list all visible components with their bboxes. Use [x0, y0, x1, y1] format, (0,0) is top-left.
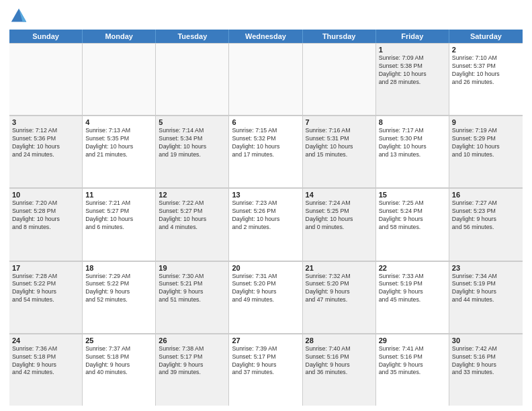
day-info: Sunrise: 7:24 AM Sunset: 5:25 PM Dayligh…	[306, 199, 373, 232]
calendar-cell: 19Sunrise: 7:30 AM Sunset: 5:21 PM Dayli…	[156, 261, 229, 333]
day-number: 17	[12, 264, 79, 272]
header-day-saturday: Saturday	[449, 30, 523, 43]
day-number: 23	[452, 264, 520, 272]
day-info: Sunrise: 7:20 AM Sunset: 5:28 PM Dayligh…	[12, 199, 79, 232]
day-info: Sunrise: 7:33 AM Sunset: 5:19 PM Dayligh…	[379, 273, 446, 305]
calendar-cell: 4Sunrise: 7:13 AM Sunset: 5:35 PM Daylig…	[83, 116, 156, 187]
day-info: Sunrise: 7:34 AM Sunset: 5:19 PM Dayligh…	[452, 273, 520, 305]
day-number: 24	[12, 336, 79, 345]
day-number: 12	[159, 191, 226, 199]
calendar-cell	[156, 43, 229, 115]
day-number: 19	[159, 264, 226, 272]
calendar-cell: 21Sunrise: 7:32 AM Sunset: 5:20 PM Dayli…	[303, 261, 376, 333]
day-info: Sunrise: 7:41 AM Sunset: 5:16 PM Dayligh…	[379, 345, 446, 377]
header-day-monday: Monday	[83, 30, 156, 43]
day-number: 28	[306, 336, 373, 345]
day-info: Sunrise: 7:21 AM Sunset: 5:27 PM Dayligh…	[85, 199, 152, 232]
calendar-cell: 3Sunrise: 7:12 AM Sunset: 5:36 PM Daylig…	[9, 116, 83, 187]
day-number: 10	[12, 191, 79, 199]
day-info: Sunrise: 7:37 AM Sunset: 5:18 PM Dayligh…	[85, 345, 152, 377]
day-info: Sunrise: 7:32 AM Sunset: 5:20 PM Dayligh…	[306, 273, 373, 305]
day-number: 4	[85, 118, 152, 126]
day-info: Sunrise: 7:28 AM Sunset: 5:22 PM Dayligh…	[12, 273, 79, 305]
logo	[9, 7, 31, 26]
day-number: 6	[232, 118, 299, 126]
header-day-sunday: Sunday	[9, 30, 83, 43]
calendar-cell: 17Sunrise: 7:28 AM Sunset: 5:22 PM Dayli…	[9, 261, 83, 333]
header-day-friday: Friday	[376, 30, 449, 43]
calendar-header: SundayMondayTuesdayWednesdayThursdayFrid…	[9, 30, 523, 43]
day-number: 22	[379, 264, 446, 272]
day-number: 3	[12, 118, 79, 126]
day-number: 30	[452, 336, 520, 345]
day-info: Sunrise: 7:17 AM Sunset: 5:30 PM Dayligh…	[379, 127, 446, 159]
day-number: 9	[452, 118, 520, 126]
day-number: 13	[232, 191, 299, 199]
day-info: Sunrise: 7:38 AM Sunset: 5:17 PM Dayligh…	[159, 345, 226, 377]
day-number: 1	[379, 46, 446, 54]
logo-icon	[9, 7, 28, 26]
calendar-cell: 26Sunrise: 7:38 AM Sunset: 5:17 PM Dayli…	[156, 334, 229, 406]
calendar-cell: 9Sunrise: 7:19 AM Sunset: 5:29 PM Daylig…	[449, 116, 523, 187]
day-info: Sunrise: 7:09 AM Sunset: 5:38 PM Dayligh…	[379, 54, 446, 87]
calendar-cell: 5Sunrise: 7:14 AM Sunset: 5:34 PM Daylig…	[156, 116, 229, 187]
day-info: Sunrise: 7:10 AM Sunset: 5:37 PM Dayligh…	[452, 54, 520, 87]
day-info: Sunrise: 7:13 AM Sunset: 5:35 PM Dayligh…	[85, 127, 152, 159]
day-number: 14	[306, 191, 373, 199]
page-container: SundayMondayTuesdayWednesdayThursdayFrid…	[0, 0, 532, 411]
calendar-cell: 15Sunrise: 7:25 AM Sunset: 5:24 PM Dayli…	[376, 188, 449, 260]
day-info: Sunrise: 7:23 AM Sunset: 5:26 PM Dayligh…	[232, 199, 299, 232]
day-info: Sunrise: 7:16 AM Sunset: 5:31 PM Dayligh…	[306, 127, 373, 159]
day-number: 2	[452, 46, 520, 54]
day-number: 29	[379, 336, 446, 345]
calendar-week-1: 1Sunrise: 7:09 AM Sunset: 5:38 PM Daylig…	[9, 43, 523, 116]
calendar-week-2: 3Sunrise: 7:12 AM Sunset: 5:36 PM Daylig…	[9, 116, 523, 188]
day-number: 11	[85, 191, 152, 199]
day-number: 21	[306, 264, 373, 272]
day-number: 26	[159, 336, 226, 345]
header-day-wednesday: Wednesday	[229, 30, 302, 43]
calendar-cell	[9, 43, 83, 115]
calendar-cell: 14Sunrise: 7:24 AM Sunset: 5:25 PM Dayli…	[303, 188, 376, 260]
day-number: 7	[306, 118, 373, 126]
calendar-cell: 28Sunrise: 7:40 AM Sunset: 5:16 PM Dayli…	[303, 334, 376, 406]
calendar-cell: 11Sunrise: 7:21 AM Sunset: 5:27 PM Dayli…	[83, 188, 156, 260]
day-info: Sunrise: 7:30 AM Sunset: 5:21 PM Dayligh…	[159, 273, 226, 305]
day-number: 27	[232, 336, 299, 345]
day-number: 16	[452, 191, 520, 199]
day-number: 18	[85, 264, 152, 272]
calendar-cell: 13Sunrise: 7:23 AM Sunset: 5:26 PM Dayli…	[229, 188, 302, 260]
day-number: 8	[379, 118, 446, 126]
day-info: Sunrise: 7:42 AM Sunset: 5:16 PM Dayligh…	[452, 345, 520, 377]
calendar-cell: 18Sunrise: 7:29 AM Sunset: 5:22 PM Dayli…	[83, 261, 156, 333]
calendar-body: 1Sunrise: 7:09 AM Sunset: 5:38 PM Daylig…	[9, 43, 523, 406]
calendar-cell: 6Sunrise: 7:15 AM Sunset: 5:32 PM Daylig…	[229, 116, 302, 187]
calendar-cell: 20Sunrise: 7:31 AM Sunset: 5:20 PM Dayli…	[229, 261, 302, 333]
calendar-cell	[229, 43, 302, 115]
calendar-cell: 27Sunrise: 7:39 AM Sunset: 5:17 PM Dayli…	[229, 334, 302, 406]
day-info: Sunrise: 7:19 AM Sunset: 5:29 PM Dayligh…	[452, 127, 520, 159]
calendar-cell: 1Sunrise: 7:09 AM Sunset: 5:38 PM Daylig…	[376, 43, 449, 115]
day-info: Sunrise: 7:27 AM Sunset: 5:23 PM Dayligh…	[452, 199, 520, 232]
calendar-cell: 22Sunrise: 7:33 AM Sunset: 5:19 PM Dayli…	[376, 261, 449, 333]
calendar-cell: 25Sunrise: 7:37 AM Sunset: 5:18 PM Dayli…	[83, 334, 156, 406]
day-info: Sunrise: 7:36 AM Sunset: 5:18 PM Dayligh…	[12, 345, 79, 377]
day-number: 25	[85, 336, 152, 345]
day-info: Sunrise: 7:12 AM Sunset: 5:36 PM Dayligh…	[12, 127, 79, 159]
day-info: Sunrise: 7:25 AM Sunset: 5:24 PM Dayligh…	[379, 199, 446, 232]
calendar-cell: 29Sunrise: 7:41 AM Sunset: 5:16 PM Dayli…	[376, 334, 449, 406]
calendar-cell: 2Sunrise: 7:10 AM Sunset: 5:37 PM Daylig…	[449, 43, 523, 115]
day-number: 5	[159, 118, 226, 126]
calendar-cell: 23Sunrise: 7:34 AM Sunset: 5:19 PM Dayli…	[449, 261, 523, 333]
calendar-cell: 12Sunrise: 7:22 AM Sunset: 5:27 PM Dayli…	[156, 188, 229, 260]
day-number: 20	[232, 264, 299, 272]
day-info: Sunrise: 7:39 AM Sunset: 5:17 PM Dayligh…	[232, 345, 299, 377]
calendar-cell: 16Sunrise: 7:27 AM Sunset: 5:23 PM Dayli…	[449, 188, 523, 260]
day-info: Sunrise: 7:40 AM Sunset: 5:16 PM Dayligh…	[306, 345, 373, 377]
calendar-cell: 30Sunrise: 7:42 AM Sunset: 5:16 PM Dayli…	[449, 334, 523, 406]
calendar: SundayMondayTuesdayWednesdayThursdayFrid…	[9, 30, 523, 406]
calendar-cell	[303, 43, 376, 115]
calendar-week-4: 17Sunrise: 7:28 AM Sunset: 5:22 PM Dayli…	[9, 261, 523, 334]
calendar-week-3: 10Sunrise: 7:20 AM Sunset: 5:28 PM Dayli…	[9, 188, 523, 261]
day-number: 15	[379, 191, 446, 199]
